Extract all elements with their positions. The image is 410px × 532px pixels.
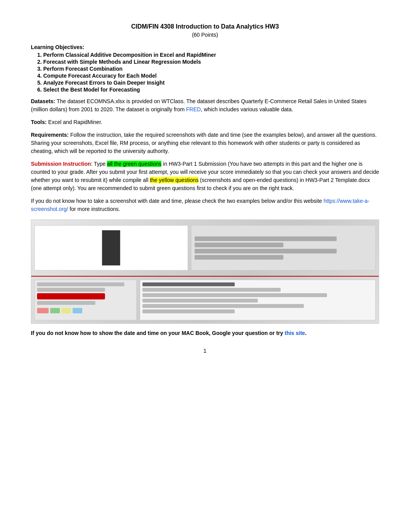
objective-1: Perform Classical Additive Decomposition… xyxy=(43,52,379,58)
mac-note-paragraph: If you do not know how to show the date … xyxy=(31,330,379,336)
mac-note2: . xyxy=(305,330,307,336)
fred-link[interactable]: FRED xyxy=(186,106,201,112)
objectives-list: Perform Classical Additive Decomposition… xyxy=(31,52,379,93)
page-number: 1 xyxy=(31,348,379,354)
tools-label: Tools: xyxy=(31,119,47,125)
mac-note-text: If you do not know how to show the date … xyxy=(31,330,285,336)
objective-4: Compute Forecast Accuracy for Each Model xyxy=(43,73,379,79)
datasets-label: Datasets: xyxy=(31,98,55,104)
objective-3: Perform Forecast Combination xyxy=(43,66,379,72)
objective-6: Select the Best Model for Forecasting xyxy=(43,87,379,93)
submission-label: Submission Instruction xyxy=(31,161,91,167)
datasets-text2: , which includes various valuable data. xyxy=(201,106,293,112)
requirements-text: Follow the instruction, take the require… xyxy=(31,132,377,154)
tools-text: Excel and RapidMiner. xyxy=(48,119,102,125)
objective-2: Forecast with Simple Methods and Linear … xyxy=(43,59,379,65)
screenshot-text1: If you do not know how to take a screens… xyxy=(31,198,324,204)
submission-green: all the green questions xyxy=(107,161,161,167)
submission-paragraph: Submission Instruction: Type all the gre… xyxy=(31,160,379,192)
requirements-label: Requirements: xyxy=(31,132,69,138)
screenshot-text2: for more instructions. xyxy=(68,206,120,212)
screenshot-examples xyxy=(31,219,379,324)
requirements-paragraph: Requirements: Follow the instruction, ta… xyxy=(31,131,379,155)
datasets-paragraph: Datasets: The dataset ECOMNSA.xlsx is pr… xyxy=(31,97,379,114)
page-title: CIDM/FIN 4308 Introduction to Data Analy… xyxy=(31,23,379,30)
screenshot-paragraph: If you do not know how to take a screens… xyxy=(31,197,379,213)
submission-text1: : Type xyxy=(91,161,107,167)
this-site-link[interactable]: this site xyxy=(285,330,305,336)
submission-yellow: the yellow questions xyxy=(150,177,198,183)
tools-paragraph: Tools: Excel and RapidMiner. xyxy=(31,118,379,126)
learning-objectives-label: Learning Objectives: xyxy=(31,44,379,50)
subtitle: (60 Points) xyxy=(31,32,379,38)
objective-5: Analyze Forecast Errors to Gain Deeper I… xyxy=(43,80,379,86)
